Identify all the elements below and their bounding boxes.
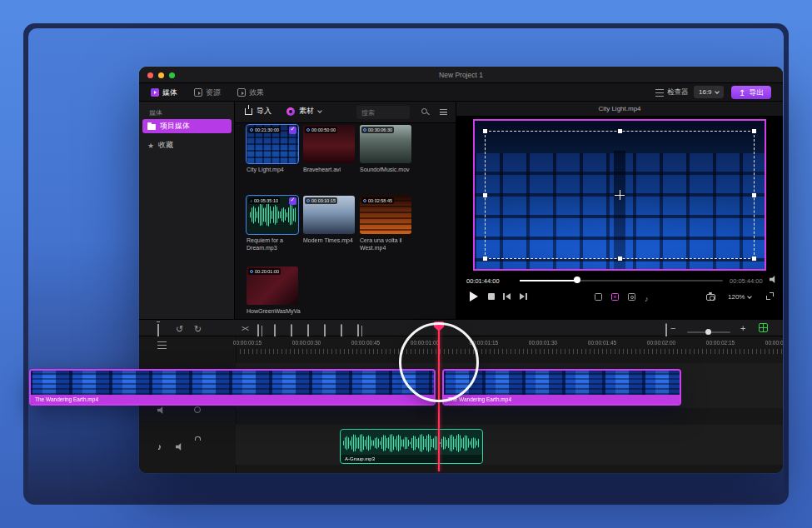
seek-handle[interactable]	[574, 276, 580, 283]
video-clip-left[interactable]: The Wandering Earth.mp4	[29, 369, 436, 406]
list-view-icon[interactable]	[440, 109, 447, 115]
next-frame-button[interactable]	[520, 293, 527, 300]
tab-resources[interactable]: 资源	[194, 87, 221, 98]
fullscreen-icon[interactable]	[766, 292, 774, 300]
import-label: 导入	[257, 106, 271, 117]
media-grid: 00:21:30:00 City Light.mp4 00:00:50:00 B…	[247, 125, 411, 319]
transform-box[interactable]	[485, 131, 755, 259]
transform-handle[interactable]	[483, 257, 487, 261]
chevron-down-icon	[748, 294, 753, 299]
audio-track-mute-icon[interactable]	[176, 443, 184, 451]
video-clip-name: The Wandering Earth.mp4	[31, 395, 434, 404]
tab-media[interactable]: 媒体	[151, 87, 177, 98]
seek-bar[interactable]	[520, 280, 723, 281]
center-anchor-icon[interactable]	[615, 190, 625, 200]
transform-handle[interactable]	[752, 193, 756, 197]
favorites-label: 收藏	[158, 140, 173, 151]
media-item[interactable]: 00:03:10:15 Modern Times.mp4	[303, 196, 355, 257]
transform-handle[interactable]	[752, 129, 756, 133]
tab-resources-label: 资源	[206, 87, 221, 98]
media-thumbnail[interactable]: 00:02:58:45	[360, 196, 411, 234]
transform-handle[interactable]	[483, 129, 487, 133]
previous-frame-button[interactable]	[503, 293, 511, 300]
audio-clip[interactable]: A-Group.mp3	[340, 429, 483, 464]
ruler-label: 00:00:01:45	[588, 340, 616, 346]
search-input[interactable]	[356, 106, 410, 119]
undo-icon[interactable]	[176, 321, 183, 336]
audio-clip-waveform	[342, 433, 479, 453]
audio-tool-icon[interactable]	[645, 290, 649, 305]
clock-icon	[250, 128, 253, 132]
transform-handle[interactable]	[483, 193, 487, 197]
video-track-mute-icon[interactable]	[157, 406, 166, 414]
audio-waveform	[249, 202, 296, 227]
tab-effects[interactable]: 效果	[237, 87, 264, 98]
media-thumbnail[interactable]: 00:00:50:00	[303, 125, 355, 163]
hero-background: New Project 1 媒体 资源 效果 检查器 16:9	[0, 0, 812, 528]
manage-tracks-icon[interactable]	[157, 341, 167, 349]
duration-badge: 00:05:35:10	[248, 197, 280, 204]
selected-checkbox[interactable]	[289, 127, 296, 134]
zoom-in-icon[interactable]	[740, 320, 745, 335]
transform-handle[interactable]	[618, 129, 622, 133]
stop-button[interactable]	[488, 293, 495, 300]
aspect-ratio-select[interactable]: 16:9	[694, 86, 724, 98]
export-button[interactable]: 导出	[731, 86, 771, 99]
media-thumbnail[interactable]: 00:05:35:10	[247, 196, 298, 234]
selected-checkbox[interactable]	[289, 197, 296, 205]
crop-icon[interactable]	[595, 293, 602, 301]
snapshot-camera-icon[interactable]	[706, 294, 715, 301]
redo-icon[interactable]	[194, 321, 202, 336]
search-icon[interactable]	[421, 108, 427, 114]
preview-video-frame[interactable]	[473, 119, 766, 271]
chroma-key-icon[interactable]	[628, 293, 635, 301]
import-button[interactable]: 导入	[245, 106, 271, 117]
media-item-name: Cera una volta il West.mp4	[360, 237, 411, 252]
media-thumbnail[interactable]: 00:30:06:30	[360, 125, 411, 163]
media-item[interactable]: 00:00:50:00 Braveheart.avi	[303, 125, 355, 187]
ruler-label: 00:00:00:15	[233, 340, 262, 346]
preview-zoom-select[interactable]: 120%	[728, 293, 751, 301]
tab-effects-label: 效果	[249, 87, 264, 98]
sliders-icon	[655, 89, 664, 97]
zoom-slider-handle[interactable]	[705, 329, 711, 335]
audio-clip-name: A-Group.mp3	[341, 455, 482, 463]
audio-track-lane[interactable]	[236, 425, 783, 465]
timeline-zoom-slider[interactable]	[687, 331, 730, 333]
import-icon	[245, 108, 252, 115]
transform-handle[interactable]	[752, 257, 756, 261]
app-window: New Project 1 媒体 资源 效果 检查器 16:9	[139, 67, 783, 473]
sidebar-item-project-media[interactable]: 项目媒体	[142, 119, 232, 133]
media-thumbnail[interactable]: 00:21:30:00	[247, 125, 298, 163]
aspect-ratio-value: 16:9	[699, 88, 712, 96]
media-thumbnail[interactable]: 00:03:10:15	[303, 196, 355, 234]
media-item[interactable]: 00:21:30:00 City Light.mp4	[247, 125, 298, 187]
duration-badge: 00:00:50:00	[305, 127, 337, 133]
material-dropdown[interactable]: 素材	[286, 106, 321, 117]
chevron-down-icon	[317, 108, 322, 113]
ruler-label: 00:00:00:30	[292, 340, 321, 346]
preview-panel: City Light.mp4	[456, 102, 783, 319]
media-item[interactable]: 00:05:35:10 Requiem for a Dream.mp3	[247, 196, 298, 257]
titlebar: New Project 1	[139, 67, 783, 83]
video-clip-right[interactable]: The Wandering Earth.mp4	[442, 369, 681, 406]
timeline-ruler[interactable]	[236, 349, 783, 354]
media-library-panel: 导入 素材 00:21:30:00 City Light.mp4	[235, 102, 456, 319]
video-track-monitor-icon[interactable]	[194, 406, 201, 413]
sidebar-item-favorites[interactable]: 收藏	[142, 138, 232, 152]
mask-icon[interactable]	[611, 293, 619, 301]
media-item-name: Requiem for a Dream.mp3	[247, 237, 298, 252]
clock-icon	[363, 199, 366, 202]
volume-icon[interactable]	[770, 276, 778, 283]
media-thumbnail[interactable]: 00:20:01:00	[247, 266, 298, 305]
play-button[interactable]	[470, 291, 478, 301]
media-item-name: City Light.mp4	[247, 167, 298, 174]
inspector-button[interactable]: 检查器	[655, 87, 689, 97]
auto-ripple-icon[interactable]	[759, 323, 768, 332]
zoom-out-icon[interactable]	[670, 320, 675, 335]
filmstrip	[444, 371, 680, 395]
media-item[interactable]: 00:30:06:30 SoundofMusic.mov	[360, 125, 411, 187]
transform-handle[interactable]	[618, 257, 622, 261]
media-item[interactable]: 00:02:58:45 Cera una volta il West.mp4	[360, 196, 411, 257]
media-item[interactable]: 00:20:01:00 HowGreenWasMyVa	[247, 266, 298, 319]
